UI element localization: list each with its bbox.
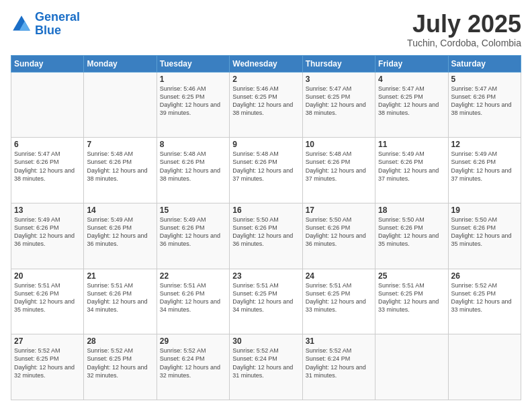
- cell-info: Sunrise: 5:48 AMSunset: 6:26 PMDaylight:…: [160, 150, 226, 183]
- cell-info: Sunrise: 5:47 AMSunset: 6:25 PMDaylight:…: [378, 85, 445, 118]
- calendar-cell: [84, 72, 157, 138]
- cell-day-number: 1: [160, 75, 226, 84]
- calendar-cell: 8Sunrise: 5:48 AMSunset: 6:26 PMDaylight…: [157, 138, 229, 203]
- calendar-cell: 23Sunrise: 5:51 AMSunset: 6:25 PMDayligh…: [230, 269, 302, 334]
- logo: General Blue: [11, 11, 80, 38]
- calendar-header-tuesday: Tuesday: [157, 55, 229, 72]
- cell-info: Sunrise: 5:52 AMSunset: 6:25 PMDaylight:…: [451, 281, 518, 314]
- calendar-header-friday: Friday: [375, 55, 448, 72]
- cell-info: Sunrise: 5:46 AMSunset: 6:25 PMDaylight:…: [232, 85, 299, 118]
- cell-info: Sunrise: 5:46 AMSunset: 6:25 PMDaylight:…: [160, 85, 226, 118]
- calendar-week-3: 13Sunrise: 5:49 AMSunset: 6:26 PMDayligh…: [11, 203, 521, 269]
- cell-info: Sunrise: 5:51 AMSunset: 6:26 PMDaylight:…: [14, 281, 81, 314]
- cell-info: Sunrise: 5:52 AMSunset: 6:25 PMDaylight:…: [87, 347, 153, 379]
- cell-info: Sunrise: 5:47 AMSunset: 6:25 PMDaylight:…: [306, 85, 372, 118]
- logo-line2: Blue: [35, 24, 61, 37]
- cell-info: Sunrise: 5:50 AMSunset: 6:26 PMDaylight:…: [306, 216, 372, 248]
- logo-text: General Blue: [35, 11, 80, 38]
- calendar-cell: 16Sunrise: 5:50 AMSunset: 6:26 PMDayligh…: [230, 203, 302, 269]
- cell-info: Sunrise: 5:50 AMSunset: 6:26 PMDaylight:…: [232, 216, 299, 248]
- cell-day-number: 8: [160, 140, 226, 149]
- cell-info: Sunrise: 5:49 AMSunset: 6:26 PMDaylight:…: [378, 150, 445, 183]
- cell-info: Sunrise: 5:49 AMSunset: 6:26 PMDaylight:…: [14, 216, 81, 248]
- cell-day-number: 16: [232, 205, 299, 215]
- cell-info: Sunrise: 5:50 AMSunset: 6:26 PMDaylight:…: [451, 216, 518, 248]
- cell-day-number: 12: [451, 140, 518, 149]
- header: General Blue July 2025 Tuchin, Cordoba, …: [11, 11, 521, 48]
- calendar-cell: 15Sunrise: 5:49 AMSunset: 6:26 PMDayligh…: [157, 203, 229, 269]
- cell-day-number: 11: [378, 140, 445, 149]
- cell-day-number: 10: [306, 140, 372, 149]
- calendar-header-row: SundayMondayTuesdayWednesdayThursdayFrid…: [11, 55, 521, 72]
- calendar-cell: [11, 72, 84, 138]
- cell-info: Sunrise: 5:48 AMSunset: 6:26 PMDaylight:…: [306, 150, 372, 183]
- cell-day-number: 23: [232, 271, 299, 281]
- calendar-cell: 14Sunrise: 5:49 AMSunset: 6:26 PMDayligh…: [84, 203, 157, 269]
- cell-day-number: 17: [306, 205, 372, 215]
- cell-info: Sunrise: 5:52 AMSunset: 6:25 PMDaylight:…: [14, 347, 81, 379]
- calendar-cell: 11Sunrise: 5:49 AMSunset: 6:26 PMDayligh…: [375, 138, 448, 203]
- cell-day-number: 21: [87, 271, 153, 281]
- calendar-cell: 2Sunrise: 5:46 AMSunset: 6:25 PMDaylight…: [230, 72, 302, 138]
- cell-info: Sunrise: 5:47 AMSunset: 6:26 PMDaylight:…: [451, 85, 518, 118]
- cell-info: Sunrise: 5:51 AMSunset: 6:25 PMDaylight:…: [306, 281, 372, 314]
- cell-info: Sunrise: 5:49 AMSunset: 6:26 PMDaylight:…: [451, 150, 518, 183]
- calendar-header-thursday: Thursday: [302, 55, 375, 72]
- calendar-cell: 4Sunrise: 5:47 AMSunset: 6:25 PMDaylight…: [375, 72, 448, 138]
- cell-day-number: 15: [160, 205, 226, 215]
- cell-day-number: 6: [14, 140, 81, 149]
- calendar-cell: 9Sunrise: 5:48 AMSunset: 6:26 PMDaylight…: [230, 138, 302, 203]
- cell-day-number: 2: [232, 75, 299, 84]
- calendar-cell: 18Sunrise: 5:50 AMSunset: 6:26 PMDayligh…: [375, 203, 448, 269]
- cell-day-number: 29: [160, 336, 226, 346]
- calendar-cell: 21Sunrise: 5:51 AMSunset: 6:26 PMDayligh…: [84, 269, 157, 334]
- calendar-cell: 19Sunrise: 5:50 AMSunset: 6:26 PMDayligh…: [448, 203, 521, 269]
- calendar-cell: [448, 334, 521, 400]
- logo-line1: General: [35, 10, 80, 24]
- calendar-cell: 24Sunrise: 5:51 AMSunset: 6:25 PMDayligh…: [302, 269, 375, 334]
- calendar-cell: 30Sunrise: 5:52 AMSunset: 6:24 PMDayligh…: [230, 334, 302, 400]
- cell-info: Sunrise: 5:47 AMSunset: 6:26 PMDaylight:…: [14, 150, 81, 183]
- cell-info: Sunrise: 5:51 AMSunset: 6:25 PMDaylight:…: [378, 281, 445, 314]
- calendar-cell: 7Sunrise: 5:48 AMSunset: 6:26 PMDaylight…: [84, 138, 157, 203]
- cell-day-number: 18: [378, 205, 445, 215]
- calendar-cell: 5Sunrise: 5:47 AMSunset: 6:26 PMDaylight…: [448, 72, 521, 138]
- calendar-header-monday: Monday: [84, 55, 157, 72]
- cell-day-number: 14: [87, 205, 153, 215]
- cell-day-number: 27: [14, 336, 81, 346]
- calendar-week-4: 20Sunrise: 5:51 AMSunset: 6:26 PMDayligh…: [11, 269, 521, 334]
- calendar-cell: 25Sunrise: 5:51 AMSunset: 6:25 PMDayligh…: [375, 269, 448, 334]
- calendar-cell: 17Sunrise: 5:50 AMSunset: 6:26 PMDayligh…: [302, 203, 375, 269]
- location: Tuchin, Cordoba, Colombia: [407, 38, 521, 48]
- cell-day-number: 3: [306, 75, 372, 84]
- cell-day-number: 28: [87, 336, 153, 346]
- cell-day-number: 4: [378, 75, 445, 84]
- calendar-cell: 22Sunrise: 5:51 AMSunset: 6:26 PMDayligh…: [157, 269, 229, 334]
- calendar-week-5: 27Sunrise: 5:52 AMSunset: 6:25 PMDayligh…: [11, 334, 521, 400]
- page: General Blue July 2025 Tuchin, Cordoba, …: [0, 0, 532, 411]
- calendar-cell: 31Sunrise: 5:52 AMSunset: 6:24 PMDayligh…: [302, 334, 375, 400]
- cell-day-number: 22: [160, 271, 226, 281]
- title-block: July 2025 Tuchin, Cordoba, Colombia: [407, 11, 521, 48]
- cell-info: Sunrise: 5:51 AMSunset: 6:26 PMDaylight:…: [160, 281, 226, 314]
- cell-day-number: 13: [14, 205, 81, 215]
- month-title: July 2025: [407, 11, 521, 38]
- cell-day-number: 7: [87, 140, 153, 149]
- cell-info: Sunrise: 5:48 AMSunset: 6:26 PMDaylight:…: [232, 150, 299, 183]
- cell-info: Sunrise: 5:49 AMSunset: 6:26 PMDaylight:…: [160, 216, 226, 248]
- cell-day-number: 19: [451, 205, 518, 215]
- calendar-header-sunday: Sunday: [11, 55, 84, 72]
- cell-info: Sunrise: 5:52 AMSunset: 6:24 PMDaylight:…: [306, 347, 372, 379]
- logo-icon: [11, 13, 32, 35]
- calendar-cell: 13Sunrise: 5:49 AMSunset: 6:26 PMDayligh…: [11, 203, 84, 269]
- calendar-cell: 20Sunrise: 5:51 AMSunset: 6:26 PMDayligh…: [11, 269, 84, 334]
- calendar-cell: 12Sunrise: 5:49 AMSunset: 6:26 PMDayligh…: [448, 138, 521, 203]
- calendar-week-1: 1Sunrise: 5:46 AMSunset: 6:25 PMDaylight…: [11, 72, 521, 138]
- cell-info: Sunrise: 5:48 AMSunset: 6:26 PMDaylight:…: [87, 150, 153, 183]
- calendar-cell: 26Sunrise: 5:52 AMSunset: 6:25 PMDayligh…: [448, 269, 521, 334]
- calendar-cell: [375, 334, 448, 400]
- calendar-header-wednesday: Wednesday: [230, 55, 302, 72]
- cell-info: Sunrise: 5:50 AMSunset: 6:26 PMDaylight:…: [378, 216, 445, 248]
- cell-day-number: 20: [14, 271, 81, 281]
- cell-day-number: 5: [451, 75, 518, 84]
